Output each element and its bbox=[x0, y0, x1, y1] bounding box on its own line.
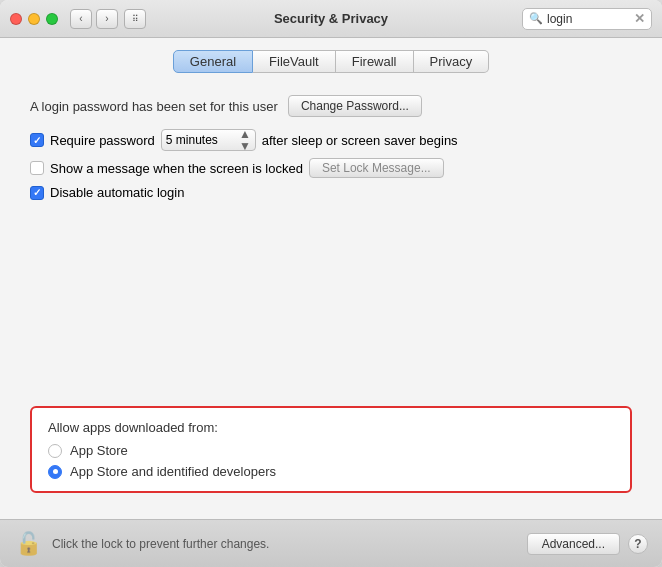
search-clear-icon[interactable]: ✕ bbox=[634, 11, 645, 26]
bottom-right: Advanced... ? bbox=[527, 533, 648, 555]
login-row: A login password has been set for this u… bbox=[30, 95, 632, 117]
tab-general[interactable]: General bbox=[173, 50, 253, 73]
allow-apps-title: Allow apps downloaded from: bbox=[48, 420, 614, 435]
spacer bbox=[30, 210, 632, 396]
window: ‹ › ⠿ Security & Privacy 🔍 ✕ General Fil… bbox=[0, 0, 662, 567]
app-store-identified-radio[interactable] bbox=[48, 465, 62, 479]
disable-login-checkbox[interactable] bbox=[30, 186, 44, 200]
advanced-button[interactable]: Advanced... bbox=[527, 533, 620, 555]
login-message: A login password has been set for this u… bbox=[30, 99, 278, 114]
tab-filevault[interactable]: FileVault bbox=[253, 50, 336, 73]
require-password-checkbox[interactable] bbox=[30, 133, 44, 147]
tabs: General FileVault Firewall Privacy bbox=[0, 38, 662, 81]
content-area: General FileVault Firewall Privacy A log… bbox=[0, 38, 662, 519]
lock-status-message: Click the lock to prevent further change… bbox=[52, 537, 269, 551]
tab-firewall[interactable]: Firewall bbox=[336, 50, 414, 73]
window-title: Security & Privacy bbox=[274, 11, 388, 26]
tab-privacy[interactable]: Privacy bbox=[414, 50, 490, 73]
change-password-button[interactable]: Change Password... bbox=[288, 95, 422, 117]
disable-login-row: Disable automatic login bbox=[30, 185, 632, 200]
disable-login-label: Disable automatic login bbox=[50, 185, 184, 200]
show-message-row: Show a message when the screen is locked… bbox=[30, 158, 632, 178]
options-section: Require password 5 minutes ▲ ▼ after sle… bbox=[30, 129, 632, 200]
set-lock-message-button[interactable]: Set Lock Message... bbox=[309, 158, 444, 178]
app-store-identified-label: App Store and identified developers bbox=[70, 464, 276, 479]
search-icon: 🔍 bbox=[529, 12, 543, 25]
app-store-radio-row: App Store bbox=[48, 443, 614, 458]
minimize-button[interactable] bbox=[28, 13, 40, 25]
require-password-label-after: after sleep or screen saver begins bbox=[262, 133, 458, 148]
password-time-dropdown[interactable]: 5 minutes ▲ ▼ bbox=[161, 129, 256, 151]
bottom-bar: 🔓 Click the lock to prevent further chan… bbox=[0, 519, 662, 567]
grid-button[interactable]: ⠿ bbox=[124, 9, 146, 29]
traffic-lights bbox=[10, 13, 58, 25]
allow-apps-section: Allow apps downloaded from: App Store Ap… bbox=[30, 406, 632, 493]
forward-button[interactable]: › bbox=[96, 9, 118, 29]
lock-icon-container[interactable]: 🔓 bbox=[14, 530, 42, 558]
back-button[interactable]: ‹ bbox=[70, 9, 92, 29]
close-button[interactable] bbox=[10, 13, 22, 25]
nav-buttons: ‹ › bbox=[70, 9, 118, 29]
main-body: A login password has been set for this u… bbox=[0, 81, 662, 519]
require-password-row: Require password 5 minutes ▲ ▼ after sle… bbox=[30, 129, 632, 151]
help-button[interactable]: ? bbox=[628, 534, 648, 554]
show-message-label: Show a message when the screen is locked bbox=[50, 161, 303, 176]
maximize-button[interactable] bbox=[46, 13, 58, 25]
dropdown-value: 5 minutes bbox=[166, 133, 237, 147]
lock-icon: 🔓 bbox=[15, 531, 42, 557]
dropdown-arrows-icon: ▲ ▼ bbox=[239, 128, 251, 152]
search-input[interactable] bbox=[547, 12, 634, 26]
app-store-label: App Store bbox=[70, 443, 128, 458]
show-message-checkbox[interactable] bbox=[30, 161, 44, 175]
app-store-identified-radio-row: App Store and identified developers bbox=[48, 464, 614, 479]
title-bar: ‹ › ⠿ Security & Privacy 🔍 ✕ bbox=[0, 0, 662, 38]
search-bar[interactable]: 🔍 ✕ bbox=[522, 8, 652, 30]
require-password-label-before: Require password bbox=[50, 133, 155, 148]
app-store-radio[interactable] bbox=[48, 444, 62, 458]
